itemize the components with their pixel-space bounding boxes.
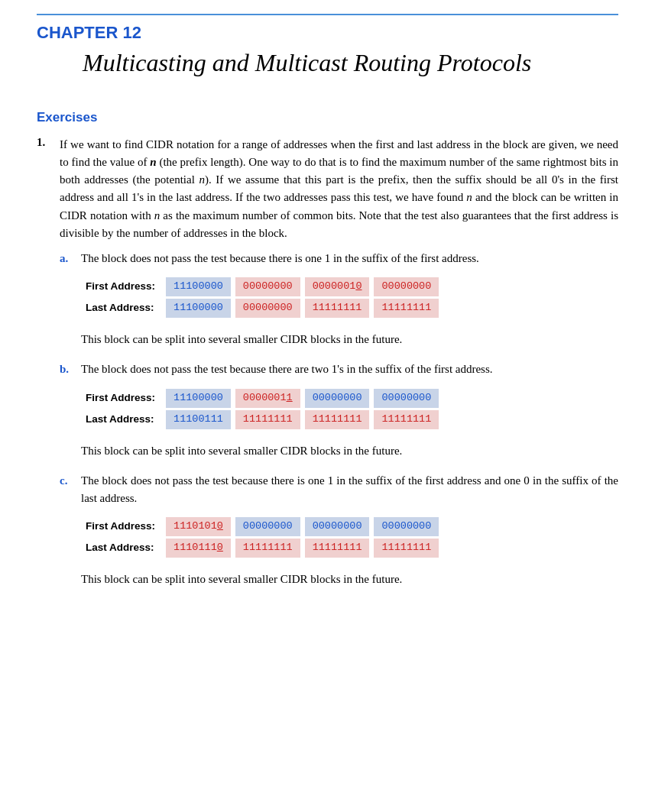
last-addr-label-a: Last Address: bbox=[86, 299, 161, 318]
split-note-a: This block can be split into several sma… bbox=[81, 331, 618, 348]
underline-digit-b1: 1 bbox=[287, 392, 293, 403]
first-addr-oct3-a: 00000010 bbox=[305, 277, 370, 296]
last-addr-oct3-a: 11111111 bbox=[305, 299, 370, 318]
sub-item-c: c. The block does not pass the test beca… bbox=[60, 472, 618, 592]
first-addr-oct4-b: 00000000 bbox=[374, 389, 439, 408]
sub-label-a: a. bbox=[60, 250, 81, 351]
first-address-row-a: First Address: 11100000 00000000 0000001… bbox=[86, 277, 439, 296]
last-addr-oct2-c: 11111111 bbox=[235, 539, 300, 558]
last-addr-oct2-a: 00000000 bbox=[235, 299, 300, 318]
sub-item-b: b. The block does not pass the test beca… bbox=[60, 361, 618, 462]
n-italic-3: n bbox=[466, 191, 472, 203]
last-addr-oct4-a: 11111111 bbox=[374, 299, 439, 318]
first-addr-oct1-c: 11101010 bbox=[166, 517, 231, 536]
addr-table-a: First Address: 11100000 00000000 0000001… bbox=[81, 275, 443, 320]
page: CHAPTER 12 Multicasting and Multicast Ro… bbox=[0, 0, 655, 812]
underline-digit-c1: 0 bbox=[217, 520, 223, 532]
first-addr-oct4-c: 00000000 bbox=[374, 517, 439, 536]
underline-digit-c2: 0 bbox=[217, 542, 223, 553]
exercise-content-1: If we want to find CIDR notation for a r… bbox=[60, 136, 618, 601]
split-note-c: This block can be split into several sma… bbox=[81, 571, 618, 588]
first-addr-oct2-a: 00000000 bbox=[235, 277, 300, 296]
chapter-label: CHAPTER 12 bbox=[37, 23, 618, 43]
exercises-header: Exercises bbox=[37, 110, 618, 125]
addr-table-c: First Address: 11101010 00000000 0000000… bbox=[81, 515, 443, 560]
first-addr-label-b: First Address: bbox=[86, 389, 161, 408]
first-addr-oct1-b: 11100000 bbox=[166, 389, 231, 408]
last-address-row-c: Last Address: 11101110 11111111 11111111… bbox=[86, 539, 439, 558]
last-addr-oct1-b: 11100111 bbox=[166, 410, 231, 429]
first-addr-label-c: First Address: bbox=[86, 517, 161, 536]
sub-b-text: The block does not pass the test because… bbox=[81, 361, 618, 378]
split-note-b: This block can be split into several sma… bbox=[81, 442, 618, 460]
last-addr-oct1-c: 11101110 bbox=[166, 539, 231, 558]
first-addr-oct3-b: 00000000 bbox=[305, 389, 370, 408]
n-italic-4: n bbox=[154, 209, 161, 222]
sub-item-a: a. The block does not pass the test beca… bbox=[60, 250, 618, 351]
top-border bbox=[37, 14, 618, 15]
first-addr-oct1-a: 11100000 bbox=[166, 277, 231, 296]
sub-a-address-table: First Address: 11100000 00000000 0000001… bbox=[81, 275, 618, 320]
sub-c-text: The block does not pass the test because… bbox=[81, 472, 618, 508]
sub-content-c: The block does not pass the test because… bbox=[81, 472, 618, 592]
first-addr-oct4-a: 00000000 bbox=[374, 277, 439, 296]
first-addr-label-a: First Address: bbox=[86, 277, 161, 296]
first-addr-oct2-b: 00000011 bbox=[235, 389, 300, 408]
chapter-title: Multicasting and Multicast Routing Proto… bbox=[83, 47, 618, 79]
sub-a-text: The block does not pass the test because… bbox=[81, 250, 618, 267]
addr-table-b: First Address: 11100000 00000011 0000000… bbox=[81, 387, 443, 432]
exercise-list: 1. If we want to find CIDR notation for … bbox=[37, 136, 618, 601]
first-addr-oct3-c: 00000000 bbox=[305, 517, 370, 536]
last-address-row-b: Last Address: 11100111 11111111 11111111… bbox=[86, 410, 439, 429]
sub-list-1: a. The block does not pass the test beca… bbox=[60, 250, 618, 591]
sub-c-address-table: First Address: 11101010 00000000 0000000… bbox=[81, 515, 618, 560]
last-addr-oct3-b: 11111111 bbox=[305, 410, 370, 429]
first-address-row-c: First Address: 11101010 00000000 0000000… bbox=[86, 517, 439, 536]
last-addr-oct4-c: 11111111 bbox=[374, 539, 439, 558]
n-italic-1: n bbox=[150, 156, 156, 168]
last-addr-oct4-b: 11111111 bbox=[374, 410, 439, 429]
last-addr-oct1-a: 11100000 bbox=[166, 299, 231, 318]
first-addr-oct2-c: 00000000 bbox=[235, 517, 300, 536]
last-addr-label-b: Last Address: bbox=[86, 410, 161, 429]
sub-label-b: b. bbox=[60, 361, 81, 462]
exercise-1-text: If we want to find CIDR notation for a r… bbox=[60, 136, 618, 243]
sub-content-a: The block does not pass the test because… bbox=[81, 250, 618, 351]
last-addr-oct2-b: 11111111 bbox=[235, 410, 300, 429]
n-italic-2: n bbox=[199, 173, 205, 186]
exercise-item-1: 1. If we want to find CIDR notation for … bbox=[37, 136, 618, 601]
last-addr-label-c: Last Address: bbox=[86, 539, 161, 558]
last-address-row-a: Last Address: 11100000 00000000 11111111… bbox=[86, 299, 439, 318]
underline-digit-a: 0 bbox=[355, 280, 362, 292]
sub-label-c: c. bbox=[60, 472, 81, 592]
sub-content-b: The block does not pass the test because… bbox=[81, 361, 618, 462]
exercise-number-1: 1. bbox=[37, 136, 60, 601]
sub-b-address-table: First Address: 11100000 00000011 0000000… bbox=[81, 387, 618, 432]
last-addr-oct3-c: 11111111 bbox=[305, 539, 370, 558]
first-address-row-b: First Address: 11100000 00000011 0000000… bbox=[86, 389, 439, 408]
